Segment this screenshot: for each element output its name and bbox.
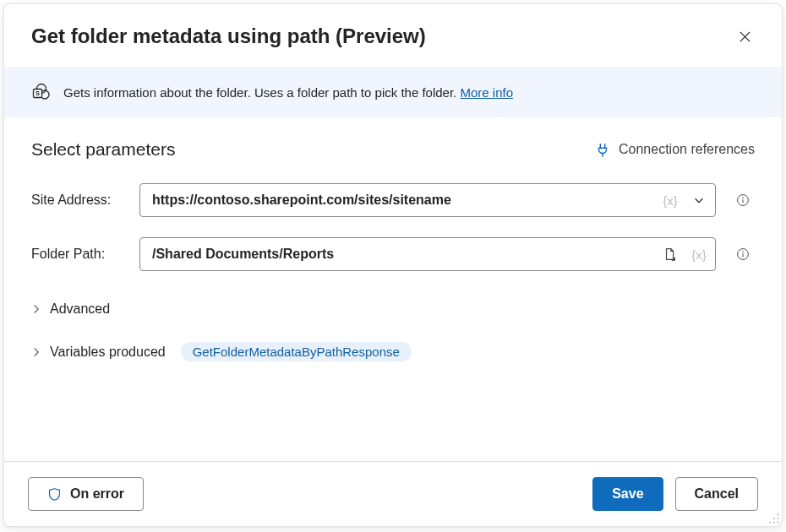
more-info-link[interactable]: More info — [460, 85, 513, 100]
svg-point-11 — [742, 251, 743, 252]
folder-picker-button[interactable] — [658, 242, 683, 267]
info-banner-text: Gets information about the folder. Uses … — [63, 85, 513, 100]
chevron-right-icon — [31, 304, 41, 314]
site-address-dropdown-button[interactable] — [686, 187, 712, 213]
parameters-header-row: Select parameters Connection references — [31, 139, 755, 160]
plug-icon — [595, 142, 610, 157]
site-address-label: Site Address: — [31, 193, 124, 208]
cancel-label: Cancel — [695, 486, 739, 502]
svg-point-8 — [742, 197, 743, 198]
folder-path-input-wrap: {x} — [139, 237, 716, 271]
on-error-button[interactable]: On error — [28, 477, 144, 511]
info-icon — [736, 246, 750, 263]
cancel-button[interactable]: Cancel — [675, 477, 758, 511]
connection-references-label: Connection references — [619, 142, 755, 157]
field-row-folder-path: Folder Path: {x} — [31, 237, 755, 271]
site-address-input-wrap: {x} — [139, 183, 716, 217]
folder-path-info-button[interactable] — [731, 242, 755, 266]
svg-point-14 — [778, 518, 779, 519]
connection-references-button[interactable]: Connection references — [595, 142, 755, 157]
variable-icon: {x} — [663, 193, 678, 208]
resize-grip-icon[interactable] — [768, 513, 780, 524]
save-button[interactable]: Save — [592, 477, 663, 511]
shield-icon — [47, 487, 62, 502]
site-address-info-button[interactable] — [731, 188, 755, 212]
svg-point-16 — [773, 522, 775, 524]
svg-point-13 — [773, 518, 775, 519]
info-banner-description: Gets information about the folder. Uses … — [63, 85, 460, 100]
svg-text:S: S — [35, 90, 40, 97]
dialog-header: Get folder metadata using path (Preview) — [4, 4, 782, 67]
close-button[interactable] — [731, 23, 758, 50]
variable-chip[interactable]: GetFolderMetadataByPathResponse — [181, 342, 412, 361]
dialog: Get folder metadata using path (Preview)… — [3, 3, 783, 527]
info-icon — [736, 192, 750, 209]
close-icon — [739, 30, 751, 43]
variables-produced-expander[interactable]: Variables produced GetFolderMetadataByPa… — [31, 339, 755, 365]
save-label: Save — [612, 486, 643, 502]
file-picker-icon — [663, 247, 678, 262]
advanced-label: Advanced — [50, 301, 110, 317]
folder-path-input[interactable] — [150, 246, 654, 263]
footer-actions: Save Cancel — [592, 477, 758, 511]
info-banner: S Gets information about the folder. Use… — [4, 67, 782, 117]
svg-point-15 — [769, 522, 771, 524]
chevron-down-icon — [693, 194, 705, 206]
expression-button[interactable]: {x} — [686, 242, 712, 267]
expression-button[interactable]: {x} — [658, 187, 683, 213]
variables-produced-label: Variables produced — [50, 345, 166, 360]
dialog-body: Select parameters Connection references … — [4, 117, 782, 461]
field-row-site-address: Site Address: {x} — [31, 183, 755, 217]
folder-path-label: Folder Path: — [31, 247, 124, 262]
dialog-title: Get folder metadata using path (Preview) — [31, 24, 426, 48]
svg-point-17 — [778, 522, 779, 524]
dialog-footer: On error Save Cancel — [4, 461, 782, 526]
svg-point-12 — [778, 513, 779, 515]
variable-icon: {x} — [691, 247, 707, 262]
advanced-expander[interactable]: Advanced — [31, 298, 755, 320]
parameters-title: Select parameters — [31, 139, 175, 160]
site-address-input[interactable] — [150, 192, 654, 209]
on-error-label: On error — [70, 486, 124, 502]
sharepoint-icon: S — [31, 82, 52, 102]
chevron-right-icon — [31, 347, 41, 357]
